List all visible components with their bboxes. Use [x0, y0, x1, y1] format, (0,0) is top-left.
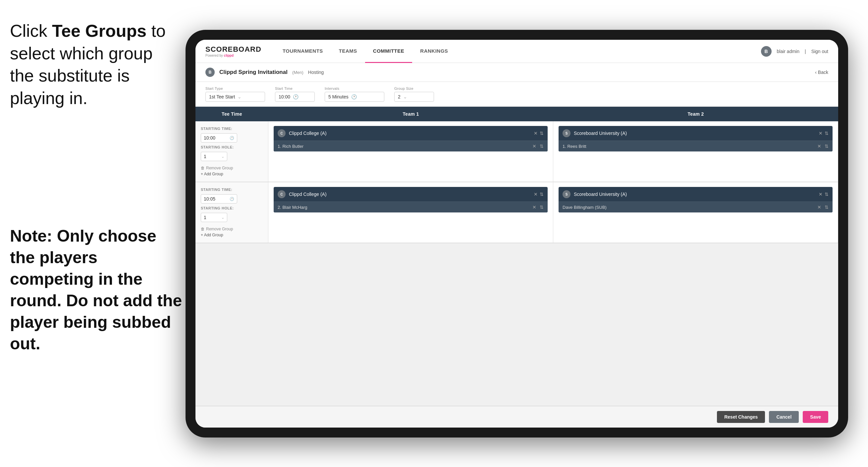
team2-close-icon-2[interactable]: ✕ — [819, 192, 823, 197]
player-arrows-2-2[interactable]: ⇅ — [825, 204, 829, 210]
settings-row: Start Type 1st Tee Start ⌄ Start Time 10… — [195, 82, 838, 107]
nav-rankings[interactable]: RANKINGS — [412, 40, 456, 63]
nav-links: TOURNAMENTS TEAMS COMMITTEE RANKINGS — [275, 40, 761, 63]
start-type-input[interactable]: 1st Tee Start ⌄ — [206, 92, 265, 102]
team1-actions-2: ✕ ⇅ — [534, 192, 544, 197]
group-size-group: Group Size 2 ⌄ — [394, 87, 434, 102]
tee-row-1: STARTING TIME: 10:00 🕐 STARTING HOLE: 1 … — [195, 121, 838, 182]
nav-separator: | — [805, 49, 806, 54]
nav-teams[interactable]: TEAMS — [331, 40, 365, 63]
clock-icon-2: 🕐 — [351, 94, 357, 99]
team2-actions-2: ✕ ⇅ — [819, 192, 829, 197]
clock-icon: 🕐 — [293, 94, 299, 99]
nav-committee[interactable]: COMMITTEE — [365, 40, 412, 63]
player-close-icon-1-1[interactable]: ✕ — [532, 144, 536, 149]
player-close-icon-2-1[interactable]: ✕ — [817, 144, 821, 149]
table-header: Tee Time Team 1 Team 2 — [195, 107, 838, 121]
team1-icon-2: C — [278, 190, 286, 198]
player-name-2-2: Dave Billingham (SUB) — [562, 205, 814, 210]
team1-up-down-icon-2[interactable]: ⇅ — [540, 192, 544, 197]
group-size-input[interactable]: 2 ⌄ — [394, 92, 434, 102]
tee-row-2: STARTING TIME: 10:05 🕐 STARTING HOLE: 1 … — [195, 182, 838, 243]
player-row-1-1: 1. Rich Butler ✕ ⇅ — [274, 141, 548, 151]
col-team2: Team 2 — [553, 107, 838, 121]
breadcrumb-left: B Clippd Spring Invitational (Men) Hosti… — [206, 68, 324, 77]
group-size-label: Group Size — [394, 87, 434, 90]
intervals-label: Intervals — [325, 87, 384, 90]
team2-group-header-2: S Scoreboard University (A) ✕ ⇅ — [559, 187, 833, 202]
remove-group-btn-1[interactable]: 🗑 Remove Group — [201, 166, 263, 170]
team1-group-2[interactable]: C Clippd College (A) ✕ ⇅ 2. Blair McHarg… — [274, 187, 548, 212]
team2-cell-2: S Scoreboard University (A) ✕ ⇅ Dave Bil… — [553, 182, 838, 243]
breadcrumb-bar: B Clippd Spring Invitational (Men) Hosti… — [195, 63, 838, 82]
team2-group-2[interactable]: S Scoreboard University (A) ✕ ⇅ Dave Bil… — [559, 187, 833, 212]
starting-time-input-2[interactable]: 10:05 🕐 — [201, 194, 237, 204]
player-row-1-2: 2. Blair McHarg ✕ ⇅ — [274, 202, 548, 212]
starting-time-input-1[interactable]: 10:00 🕐 — [201, 133, 237, 143]
team1-cell-1: C Clippd College (A) ✕ ⇅ 1. Rich Butler … — [268, 121, 553, 182]
starting-hole-label-1: STARTING HOLE: — [201, 145, 263, 149]
team2-group-header-1: S Scoreboard University (A) ✕ ⇅ — [559, 126, 833, 141]
starting-hole-input-1[interactable]: 1 ⌄ — [201, 152, 227, 161]
team1-group-header-2: C Clippd College (A) ✕ ⇅ — [274, 187, 548, 202]
team1-group-1[interactable]: C Clippd College (A) ✕ ⇅ 1. Rich Butler … — [274, 126, 548, 151]
chevron-icon-1: ⌄ — [221, 154, 224, 159]
add-group-btn-1[interactable]: + Add Group — [201, 172, 263, 176]
team1-group-header-1: C Clippd College (A) ✕ ⇅ — [274, 126, 548, 141]
tee-actions-1: 🗑 Remove Group + Add Group — [201, 166, 263, 176]
team2-up-down-icon-2[interactable]: ⇅ — [825, 192, 829, 197]
team2-name-1: Scoreboard University (A) — [574, 130, 815, 136]
team1-close-icon-1[interactable]: ✕ — [534, 130, 538, 136]
player-name-2-1: 1. Rees Britt — [562, 144, 814, 149]
note-instruction: Note: Only choose the players competing … — [0, 225, 192, 355]
team2-cell-1: S Scoreboard University (A) ✕ ⇅ 1. Rees … — [553, 121, 838, 182]
starting-hole-input-2[interactable]: 1 ⌄ — [201, 213, 227, 222]
clock-icon-4: 🕐 — [229, 197, 234, 201]
start-time-group: Start Time 10:00 🕐 — [275, 87, 315, 102]
chevron-down-icon-2: ⌄ — [403, 94, 407, 99]
col-team1: Team 1 — [268, 107, 553, 121]
logo: SCOREBOARD Powered by clippd — [206, 45, 261, 57]
start-time-label: Start Time — [275, 87, 315, 90]
team2-group-1[interactable]: S Scoreboard University (A) ✕ ⇅ 1. Rees … — [559, 126, 833, 151]
user-name: blair admin — [777, 49, 799, 54]
nav-tournaments[interactable]: TOURNAMENTS — [275, 40, 331, 63]
team2-close-icon-1[interactable]: ✕ — [819, 130, 823, 136]
cancel-button[interactable]: Cancel — [769, 411, 799, 423]
team1-name-1: Clippd College (A) — [289, 130, 530, 136]
player-close-icon-2-2[interactable]: ✕ — [817, 204, 821, 210]
tee-left-2: STARTING TIME: 10:05 🕐 STARTING HOLE: 1 … — [195, 182, 268, 243]
navbar: SCOREBOARD Powered by clippd TOURNAMENTS… — [195, 40, 838, 63]
back-link[interactable]: ‹ Back — [815, 69, 828, 75]
save-button[interactable]: Save — [803, 411, 828, 423]
player-arrows-1-1[interactable]: ⇅ — [540, 144, 544, 149]
avatar: B — [761, 46, 772, 57]
nav-right: B blair admin | Sign out — [761, 46, 829, 57]
tee-actions-2: 🗑 Remove Group + Add Group — [201, 227, 263, 237]
team1-name-2: Clippd College (A) — [289, 192, 530, 197]
player-arrows-2-1[interactable]: ⇅ — [825, 144, 829, 149]
bottom-bar: Reset Changes Cancel Save — [195, 406, 838, 428]
intervals-input[interactable]: 5 Minutes 🕐 — [325, 92, 384, 102]
team2-icon-1: S — [562, 129, 570, 137]
team2-up-down-icon-1[interactable]: ⇅ — [825, 130, 829, 136]
starting-hole-label-2: STARTING HOLE: — [201, 206, 263, 210]
start-type-group: Start Type 1st Tee Start ⌄ — [206, 87, 265, 102]
tee-left-1: STARTING TIME: 10:00 🕐 STARTING HOLE: 1 … — [195, 121, 268, 182]
sign-out-link[interactable]: Sign out — [811, 49, 828, 54]
remove-group-btn-2[interactable]: 🗑 Remove Group — [201, 227, 263, 231]
player-close-icon-1-2[interactable]: ✕ — [532, 204, 536, 210]
start-time-input[interactable]: 10:00 🕐 — [275, 92, 315, 102]
player-arrows-1-2[interactable]: ⇅ — [540, 204, 544, 210]
tablet-screen: SCOREBOARD Powered by clippd TOURNAMENTS… — [195, 40, 838, 428]
team1-actions-1: ✕ ⇅ — [534, 130, 544, 136]
trash-icon: 🗑 — [201, 166, 205, 170]
add-group-btn-2[interactable]: + Add Group — [201, 233, 263, 237]
starting-time-label-1: STARTING TIME: — [201, 126, 263, 130]
player-name-1-1: 1. Rich Butler — [278, 144, 529, 149]
team1-close-icon-2[interactable]: ✕ — [534, 192, 538, 197]
team1-up-down-icon-1[interactable]: ⇅ — [540, 130, 544, 136]
reset-changes-button[interactable]: Reset Changes — [717, 411, 765, 423]
team2-name-2: Scoreboard University (A) — [574, 192, 815, 197]
table-body: STARTING TIME: 10:00 🕐 STARTING HOLE: 1 … — [195, 121, 838, 406]
